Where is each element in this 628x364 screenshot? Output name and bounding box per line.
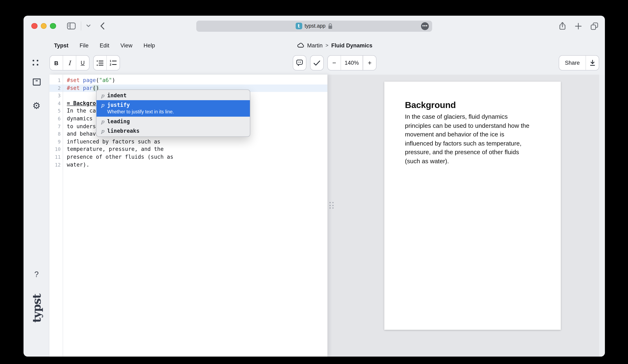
window-controls (31, 23, 56, 29)
menu-file[interactable]: File (79, 42, 89, 48)
autocomplete-item-justify-selected[interactable]: p justify Whether to justify text in its… (96, 100, 250, 117)
close-window-button[interactable] (31, 23, 37, 29)
lock-icon (328, 23, 333, 29)
autocomplete-item-linebreaks[interactable]: p linebreaks (96, 126, 250, 136)
app-toolbar: B I U (23, 54, 605, 74)
line-number: 5 (50, 107, 61, 115)
code-line[interactable]: 10 temperature, pressure, and the (50, 146, 327, 153)
share-group: Share (559, 55, 599, 71)
line-number: 10 (50, 146, 61, 153)
preview-paragraph: In the case of glaciers, fluid dynamics … (405, 112, 540, 165)
preview-heading: Background (405, 100, 540, 111)
typst-logo: typst (30, 294, 43, 324)
code-line[interactable]: 11 presence of other fluids (such as (50, 153, 327, 161)
share-button[interactable]: Share (559, 56, 586, 70)
left-rail: ⚙ ? typst (23, 74, 50, 357)
line-number: 11 (50, 153, 61, 161)
tab-overview-button[interactable] (590, 22, 598, 30)
site-favicon: t (296, 23, 302, 29)
url-field[interactable]: t typst.app ••• (196, 20, 432, 32)
line-number: 1 (50, 77, 61, 84)
sidebar-toggle-button[interactable] (67, 22, 76, 30)
zoom-control: − 140% + (327, 55, 377, 71)
page-menu-button[interactable]: ••• (421, 22, 429, 30)
autocomplete-item-indent[interactable]: p indent (96, 91, 250, 100)
share-page-button[interactable] (559, 22, 566, 30)
line-number: 2 (50, 84, 61, 92)
app-menubar: Typst File Edit View Help Martin > Fluid… (23, 36, 605, 54)
autocomplete-item-leading[interactable]: p leading (96, 117, 250, 126)
checkmark-icon[interactable] (311, 56, 323, 70)
menu-view[interactable]: View (120, 42, 132, 48)
code-line[interactable]: 9 influenced by factors such as (50, 138, 327, 146)
menu-help[interactable]: Help (144, 42, 155, 48)
chevron-down-icon[interactable] (86, 24, 90, 28)
url-text: typst.app (305, 23, 325, 29)
chrome-divider (80, 21, 81, 30)
param-icon: p (101, 91, 107, 101)
param-icon: p (101, 117, 107, 127)
comment-button[interactable] (293, 56, 306, 70)
comment-group (293, 55, 306, 71)
autocomplete-popup: p indent p justify Whether to justify te… (96, 89, 250, 137)
line-number: 9 (50, 138, 61, 146)
line-number: 4 (50, 100, 61, 107)
file-panel-icon[interactable] (32, 78, 41, 86)
pane-resize-handle[interactable] (329, 202, 333, 209)
numbered-list-button[interactable]: 1 2 (106, 56, 120, 70)
settings-gear-icon[interactable]: ⚙ (32, 101, 40, 111)
svg-text:2: 2 (110, 63, 111, 66)
code-line[interactable]: 12 water). (50, 161, 327, 169)
bullet-list-button[interactable] (94, 56, 106, 70)
menu-edit[interactable]: Edit (100, 42, 109, 48)
list-format-group: 1 2 (93, 55, 120, 71)
zoom-level-value[interactable]: 140% (341, 56, 363, 70)
preview-pane: Background In the case of glaciers, flui… (327, 74, 605, 357)
line-number: 7 (50, 123, 61, 130)
breadcrumb-account[interactable]: Martin (307, 42, 323, 48)
cloud-sync-icon (297, 43, 304, 48)
minimize-window-button[interactable] (41, 23, 47, 29)
browser-window: t typst.app ••• (23, 16, 605, 357)
gutter-divider (63, 74, 63, 357)
param-icon: p (101, 100, 107, 110)
italic-button[interactable]: I (63, 56, 76, 70)
text-format-group: B I U (50, 55, 89, 71)
code-line[interactable]: 1 #set page("a6") (50, 77, 327, 84)
line-number: 6 (50, 115, 61, 123)
new-tab-button[interactable] (575, 22, 582, 29)
zoom-out-button[interactable]: − (328, 56, 341, 70)
help-icon[interactable]: ? (34, 270, 39, 279)
line-number: 3 (50, 92, 61, 100)
zoom-window-button[interactable] (50, 23, 56, 29)
compile-status-group (310, 55, 324, 71)
menu-typst[interactable]: Typst (54, 42, 69, 48)
code-editor[interactable]: 1 #set page("a6") 2 #set par() 3 4 = Bac… (50, 74, 327, 357)
breadcrumb-separator: > (325, 42, 328, 48)
svg-text:1: 1 (110, 60, 111, 63)
line-number: 8 (50, 130, 61, 138)
autocomplete-description: Whether to justify text in its line. (107, 109, 174, 115)
download-button[interactable] (586, 56, 599, 70)
back-button[interactable] (100, 22, 104, 30)
zoom-in-button[interactable]: + (363, 56, 376, 70)
preview-scrollbar-track[interactable] (599, 74, 605, 357)
breadcrumb-document-title: Fluid Dynamics (331, 42, 373, 48)
workspace: ⚙ ? typst 1 #set page("a6") 2 #set par() (23, 74, 605, 357)
grid-menu-icon[interactable] (33, 60, 38, 66)
bold-button[interactable]: B (50, 56, 63, 70)
line-number: 12 (50, 161, 61, 169)
browser-chrome: t typst.app ••• (23, 16, 605, 36)
underline-button[interactable]: U (76, 56, 89, 70)
preview-page: Background In the case of glaciers, flui… (384, 82, 561, 330)
param-icon: p (101, 127, 107, 136)
breadcrumb: Martin > Fluid Dynamics (297, 42, 373, 48)
